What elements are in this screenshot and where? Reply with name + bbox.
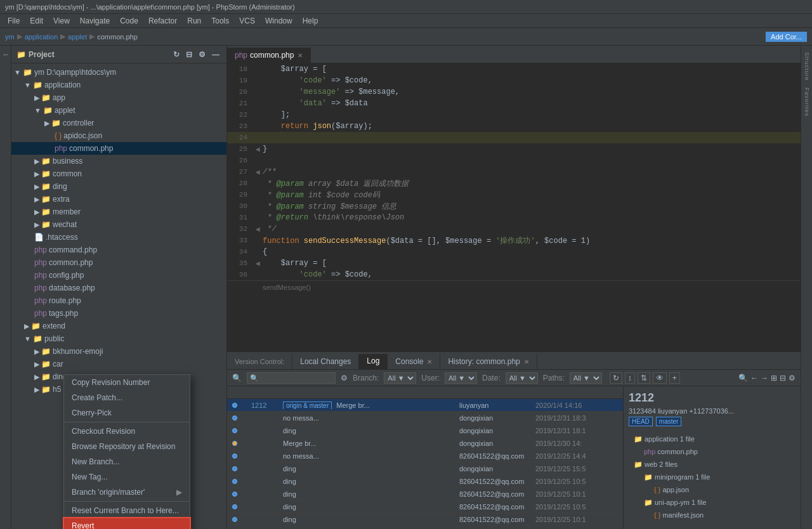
tree-item-htaccess[interactable]: 📄 .htaccess: [11, 231, 226, 244]
ctx-create-patch[interactable]: Create Patch...: [64, 390, 190, 405]
arrow-icon[interactable]: ↕: [625, 372, 635, 384]
collapse-icon[interactable]: ⊟: [184, 49, 194, 60]
sort-icon[interactable]: ⇅: [638, 372, 650, 384]
commit-row-6[interactable]: ding dongqixian 2019/12/25 15:5: [227, 462, 623, 475]
tree-item-app[interactable]: ▶ 📁 app: [11, 91, 226, 104]
right-item-application[interactable]: 📁 application 1 file: [629, 433, 796, 445]
history-close-icon[interactable]: ✕: [524, 358, 529, 365]
php-icon: php: [34, 296, 47, 305]
eye-icon[interactable]: 👁: [653, 372, 667, 384]
gear-icon[interactable]: —: [210, 49, 221, 60]
tree-item-common-app[interactable]: php common.php: [11, 256, 226, 269]
tree-item-route[interactable]: php route.php: [11, 294, 226, 307]
tree-item-command[interactable]: php command.php: [11, 244, 226, 256]
console-close-icon[interactable]: ✕: [427, 358, 432, 365]
date-filter-select[interactable]: All ▼: [506, 372, 538, 384]
tree-item-extend[interactable]: ▶ 📁 extend: [11, 320, 226, 332]
tree-item-apidoc[interactable]: { } apidoc.json: [11, 129, 226, 142]
breadcrumb-application[interactable]: application: [25, 33, 58, 41]
bottom-tab-local-changes[interactable]: Local Changes: [292, 354, 359, 369]
tree-item-bkhumor[interactable]: ▶ 📁 bkhumor-emoji: [11, 345, 226, 358]
settings-icon[interactable]: ⚙: [341, 374, 348, 382]
bottom-tab-console[interactable]: Console ✕: [388, 354, 440, 369]
tree-item-applet[interactable]: ▼ 📁 applet: [11, 104, 226, 117]
commit-row-merge[interactable]: Merge br... dongqixian 2019/12/30 14:: [227, 437, 623, 450]
plus-icon[interactable]: +: [669, 372, 680, 384]
nav-back-icon[interactable]: ←: [750, 374, 758, 382]
ctx-revert[interactable]: Revert: [64, 518, 190, 529]
right-item-manifest[interactable]: { } manifest.json: [629, 509, 796, 521]
nav-forward-icon[interactable]: →: [761, 374, 768, 382]
ctx-new-tag[interactable]: New Tag...: [64, 469, 190, 485]
user-filter-select[interactable]: All ▼: [445, 372, 477, 384]
tree-item-member[interactable]: ▶ 📁 member: [11, 206, 226, 218]
menu-edit[interactable]: Edit: [25, 15, 48, 27]
menu-code[interactable]: Code: [115, 15, 143, 27]
menu-view[interactable]: View: [48, 15, 75, 27]
breadcrumb-common-php[interactable]: common.php: [97, 33, 138, 41]
menu-vcs[interactable]: VCS: [234, 15, 260, 27]
code-editor[interactable]: 18 $array = [ 19 'code' => $code, 20: [227, 63, 801, 351]
ctx-cherry-pick[interactable]: Cherry-Pick: [64, 405, 190, 421]
commit-row-5[interactable]: no messa... 826041522@qq.com 2019/12/25 …: [227, 450, 623, 462]
tree-item-controller[interactable]: ▶ 📁 controller: [11, 117, 226, 129]
commit-row-9[interactable]: ding 826041522@qq.com 2019/12/25 10:5: [227, 500, 623, 513]
ctx-browse-repo[interactable]: Browse Repository at Revision: [64, 439, 190, 454]
tree-item-application[interactable]: ▼ 📁 application: [11, 79, 226, 91]
menu-run[interactable]: Run: [182, 15, 206, 27]
ctx-new-branch[interactable]: New Branch...: [64, 454, 190, 469]
breadcrumb-ym[interactable]: ym: [5, 33, 15, 41]
tree-item-wechat[interactable]: ▶ 📁 wechat: [11, 218, 226, 231]
commit-row-8[interactable]: ding 826041522@qq.com 2019/12/25 10:1: [227, 488, 623, 500]
commit-row-3[interactable]: ding dongqixian 2019/12/31 18:1: [227, 424, 623, 437]
tree-item-database[interactable]: php database.php: [11, 282, 226, 294]
menu-file[interactable]: File: [3, 15, 25, 27]
settings-icon2[interactable]: ⚙: [789, 374, 796, 382]
tree-item-common-php[interactable]: php common.php: [11, 142, 226, 155]
ctx-checkout-revision[interactable]: Checkout Revision: [64, 424, 190, 439]
paths-filter-select[interactable]: All ▼: [570, 372, 602, 384]
branch-filter-select[interactable]: All ▼: [384, 372, 416, 384]
bottom-tab-history[interactable]: History: common.php ✕: [440, 354, 537, 369]
tree-item-business[interactable]: ▶ 📁 business: [11, 155, 226, 167]
settings-icon[interactable]: ⚙: [197, 49, 207, 60]
right-item-common-php[interactable]: php common.php: [629, 445, 796, 458]
refresh-icon[interactable]: ↻: [610, 372, 622, 384]
right-item-miniprogram[interactable]: 📁 miniprogram 1 file: [629, 471, 796, 483]
commit-row-7[interactable]: ding 826041522@qq.com 2019/12/25 10:5: [227, 475, 623, 488]
collapse-all-icon[interactable]: ⊟: [780, 374, 786, 382]
right-item-appjson[interactable]: { } app.json: [629, 483, 796, 496]
ctx-reset-branch[interactable]: Reset Current Branch to Here...: [64, 503, 190, 518]
menu-window[interactable]: Window: [260, 15, 298, 27]
add-config-button[interactable]: Add Cor...: [766, 32, 807, 42]
commit-row-10[interactable]: ding 826041522@qq.com 2019/12/25 10:1: [227, 513, 623, 526]
tree-item-public[interactable]: ▼ 📁 public: [11, 332, 226, 345]
menu-navigate[interactable]: Navigate: [75, 15, 115, 27]
tree-item-tags[interactable]: php tags.php: [11, 307, 226, 320]
ctx-branch-origin[interactable]: Branch 'origin/master' ▶: [64, 485, 190, 500]
menu-help[interactable]: Help: [298, 15, 324, 27]
search-right-icon[interactable]: 🔍: [738, 374, 748, 382]
tree-item-ym-root[interactable]: ▼ 📁 ym D:\qampp\htdocs\ym: [11, 66, 226, 79]
breadcrumb-applet[interactable]: applet: [68, 33, 87, 41]
tree-item-common-folder[interactable]: ▶ 📁 common: [11, 167, 226, 180]
tree-item-extra[interactable]: ▶ 📁 extra: [11, 193, 226, 206]
commit-row-1212[interactable]: 1212 origin & master Merge br... liuyany…: [227, 399, 623, 412]
tree-item-config[interactable]: php config.php: [11, 269, 226, 282]
right-item-uniappym[interactable]: 📁 uni-app-ym 1 file: [629, 496, 796, 509]
commit-date: 2019/12/31 18:1: [535, 427, 618, 434]
bottom-tab-log[interactable]: Log: [359, 354, 388, 369]
expand-icon[interactable]: ⊞: [771, 374, 777, 382]
sync-icon[interactable]: ↻: [171, 49, 181, 60]
menu-refactor[interactable]: Refactor: [143, 15, 182, 27]
tab-close-icon[interactable]: ✕: [298, 52, 303, 59]
tree-item-ding[interactable]: ▶ 📁 ding: [11, 180, 226, 193]
right-item-web[interactable]: 📁 web 2 files: [629, 458, 796, 471]
editor-tab-common-php[interactable]: php common.php ✕: [227, 48, 311, 63]
folder-icon: 📁: [634, 435, 643, 443]
commit-row-2[interactable]: no messa... dongqixian 2019/12/31 18:3: [227, 412, 623, 424]
log-search-input[interactable]: [247, 372, 336, 384]
tree-item-car[interactable]: ▶ 📁 car: [11, 358, 226, 370]
menu-tools[interactable]: Tools: [206, 15, 234, 27]
ctx-copy-revision[interactable]: Copy Revision Number: [64, 375, 190, 390]
